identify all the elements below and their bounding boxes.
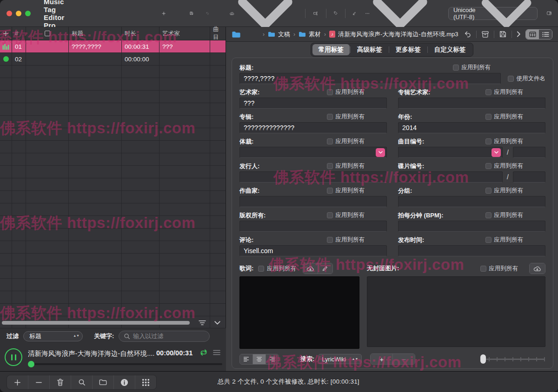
breadcrumb-folder1[interactable]: 文稿: [278, 30, 290, 39]
tab-custom-tags[interactable]: 自定义标签: [428, 44, 472, 55]
list-view-button[interactable]: [539, 30, 552, 39]
album-artist-input[interactable]: [398, 98, 545, 109]
folder-icon[interactable]: [299, 31, 306, 37]
bpm-apply-all-checkbox[interactable]: [485, 212, 492, 218]
align-left-button[interactable]: [240, 354, 252, 364]
cover-zoom-slider[interactable]: [480, 354, 545, 364]
table-row[interactable]: [0, 266, 226, 279]
cover-add-button[interactable]: +: [371, 354, 392, 364]
cover-download-button[interactable]: [530, 263, 545, 274]
undo-button[interactable]: [464, 30, 472, 38]
open-folder-button[interactable]: [92, 375, 113, 389]
copyright-input[interactable]: [239, 221, 387, 232]
year-input[interactable]: 2014: [398, 122, 545, 133]
root-folder-icon[interactable]: [232, 31, 241, 38]
save-file-button[interactable]: [499, 30, 507, 38]
column-view-button[interactable]: [526, 30, 539, 39]
table-row[interactable]: [0, 178, 226, 191]
title-apply-all-checkbox[interactable]: [453, 65, 459, 71]
table-row[interactable]: [0, 91, 226, 103]
grouping-input[interactable]: [398, 196, 545, 207]
genre-combo[interactable]: [239, 147, 387, 158]
album-artist-apply-all-checkbox[interactable]: [485, 89, 492, 95]
table-row[interactable]: 0200:00:00: [0, 53, 226, 65]
disc-number-apply-all-checkbox[interactable]: [485, 163, 492, 169]
column-header-duration[interactable]: 时长: [122, 27, 159, 40]
table-row[interactable]: [0, 216, 226, 229]
year-apply-all-checkbox[interactable]: [485, 114, 492, 120]
cloud-download-menu[interactable]: [230, 0, 294, 30]
column-header-num[interactable]: #: [12, 27, 26, 40]
column-header-title[interactable]: 标题: [69, 27, 122, 40]
undo-button[interactable]: [206, 9, 209, 18]
genre-apply-all-checkbox[interactable]: [327, 138, 333, 144]
save-button[interactable]: [190, 9, 193, 18]
collapse-chevron-icon[interactable]: [214, 321, 220, 325]
track-number-combo[interactable]: [398, 147, 503, 158]
release-time-input[interactable]: [398, 245, 545, 256]
table-row[interactable]: [0, 116, 226, 128]
add-button[interactable]: [7, 375, 28, 389]
rename-button[interactable]: [313, 9, 318, 18]
table-row[interactable]: [0, 153, 226, 166]
zoom-button[interactable]: [25, 11, 31, 16]
publisher-input[interactable]: [239, 171, 387, 183]
table-row[interactable]: [0, 254, 226, 266]
comment-input[interactable]: Yisell.com: [239, 245, 387, 256]
copyright-apply-all-checkbox[interactable]: [327, 212, 333, 218]
lyrics-textarea[interactable]: [239, 276, 359, 349]
grouping-apply-all-checkbox[interactable]: [485, 188, 492, 194]
track-number-apply-all-checkbox[interactable]: [485, 138, 492, 144]
table-row[interactable]: [0, 241, 226, 254]
pause-button[interactable]: [5, 348, 22, 366]
breadcrumb-file[interactable]: 清新海风海浪声-大海海洋海边-自然环境.mp3: [338, 30, 458, 39]
table-row[interactable]: [0, 203, 226, 216]
column-header-check[interactable]: [26, 27, 69, 40]
artist-input[interactable]: ???: [239, 98, 387, 109]
table-row[interactable]: [0, 128, 226, 141]
breadcrumb-folder2[interactable]: 素材: [309, 30, 321, 39]
cover-apply-all-checkbox[interactable]: [480, 266, 486, 272]
player-menu-icon[interactable]: [213, 350, 220, 355]
lyrics-apply-all-checkbox[interactable]: [258, 266, 264, 272]
cover-art-area[interactable]: [367, 276, 545, 347]
use-filename-checkbox[interactable]: [508, 76, 514, 82]
table-row[interactable]: [0, 103, 226, 116]
tab-more-tags[interactable]: 更多标签: [390, 44, 427, 55]
remove-button[interactable]: [28, 375, 49, 389]
genre-dropdown-button[interactable]: [376, 148, 385, 157]
slider-thumb[interactable]: [480, 354, 486, 364]
table-row[interactable]: 01????,????00:00:31???: [0, 40, 226, 53]
add-files-button[interactable]: [162, 9, 166, 18]
table-row[interactable]: [0, 279, 226, 291]
folder-icon[interactable]: [268, 31, 275, 37]
composer-apply-all-checkbox[interactable]: [327, 188, 333, 194]
filter-field-select[interactable]: 标题 ▲▼: [23, 331, 83, 341]
disc-total-input[interactable]: [513, 171, 545, 183]
progress-thumb[interactable]: [28, 361, 34, 367]
table-row[interactable]: [0, 78, 226, 91]
publisher-apply-all-checkbox[interactable]: [327, 163, 333, 169]
lyrics-download-button[interactable]: [303, 263, 318, 274]
column-header-track[interactable]: 曲目: [210, 27, 226, 40]
more-menu[interactable]: [365, 0, 429, 30]
horizontal-scrollbar[interactable]: [2, 321, 190, 325]
table-row[interactable]: [0, 191, 226, 203]
track-number-dropdown-button[interactable]: [492, 148, 501, 157]
delete-button[interactable]: [49, 375, 71, 389]
align-center-button[interactable]: [252, 354, 266, 364]
table-row[interactable]: [0, 65, 226, 78]
album-input[interactable]: ??????????????: [239, 122, 387, 133]
table-row[interactable]: [0, 291, 226, 304]
release-time-apply-all-checkbox[interactable]: [485, 237, 492, 243]
filter-search-input[interactable]: 输入以过滤: [119, 331, 210, 342]
chevron-right-icon[interactable]: [517, 31, 521, 37]
align-right-button[interactable]: [266, 354, 279, 364]
table-row[interactable]: [0, 229, 226, 241]
lyrics-engine-select[interactable]: LyricWiki ▲▼: [318, 354, 362, 364]
close-button[interactable]: [7, 11, 12, 16]
tab-advanced-tags[interactable]: 高级标签: [351, 44, 388, 55]
grid-view-button[interactable]: [135, 375, 156, 389]
table-row[interactable]: [0, 166, 226, 178]
minimize-button[interactable]: [16, 11, 21, 16]
